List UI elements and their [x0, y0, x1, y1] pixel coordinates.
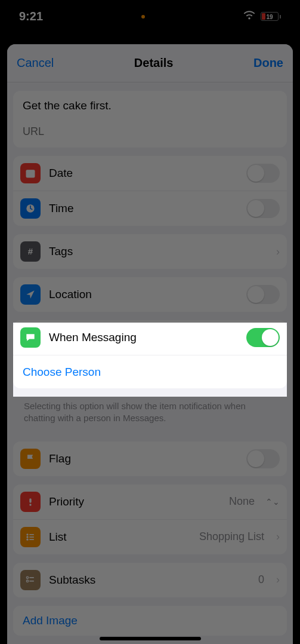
message-bubble-icon	[20, 327, 41, 348]
time-toggle[interactable]	[246, 199, 280, 218]
flag-row[interactable]: Flag	[13, 441, 287, 476]
location-arrow-icon	[20, 284, 41, 305]
priority-value: None	[229, 495, 255, 508]
messaging-row[interactable]: When Messaging	[13, 320, 287, 355]
messaging-toggle[interactable]	[246, 328, 280, 347]
subtasks-card: Subtasks 0 ›	[13, 563, 287, 597]
time-label: Time	[49, 202, 238, 215]
notes-text[interactable]: Get the cake first.	[23, 99, 277, 112]
add-image-button[interactable]: Add Image	[23, 614, 78, 627]
date-label: Date	[49, 167, 238, 180]
flag-toggle[interactable]	[246, 449, 280, 468]
svg-rect-7	[29, 534, 34, 535]
list-bullet-icon	[20, 527, 41, 547]
svg-point-12	[26, 576, 28, 578]
list-label: List	[49, 530, 191, 544]
choose-person-button[interactable]: Choose Person	[23, 366, 101, 379]
flag-label: Flag	[49, 452, 238, 465]
url-field[interactable]	[23, 125, 277, 138]
choose-person-row[interactable]: Choose Person	[13, 355, 287, 388]
svg-point-8	[26, 536, 28, 538]
nav-bar: Cancel Details Done	[7, 44, 293, 82]
svg-rect-13	[29, 577, 34, 578]
tags-row[interactable]: # Tags ›	[13, 234, 287, 269]
svg-rect-4	[29, 498, 31, 503]
subtasks-label: Subtasks	[49, 574, 250, 587]
page-title: Details	[134, 56, 174, 70]
svg-point-6	[26, 533, 28, 535]
date-row[interactable]: Date	[13, 156, 287, 191]
list-row[interactable]: List Shopping List ›	[13, 519, 287, 554]
battery-icon: 19	[261, 12, 281, 21]
messaging-helper-text: Selecting this option will show the item…	[13, 397, 287, 433]
svg-rect-9	[29, 536, 34, 538]
subtasks-icon	[20, 570, 41, 590]
chevron-right-icon: ›	[273, 246, 280, 258]
chevron-right-icon: ›	[273, 574, 280, 586]
location-label: Location	[49, 288, 238, 301]
svg-point-10	[26, 538, 28, 540]
messaging-label: When Messaging	[49, 331, 238, 344]
priority-row[interactable]: Priority None ⌃⌄	[13, 484, 287, 519]
subtasks-value: 0	[258, 574, 264, 586]
exclamation-icon	[20, 492, 41, 512]
updown-icon: ⌃⌄	[263, 497, 280, 507]
svg-rect-15	[29, 580, 34, 581]
svg-point-5	[29, 504, 31, 505]
flag-card: Flag	[13, 441, 287, 476]
home-indicator[interactable]	[100, 637, 201, 640]
svg-rect-11	[29, 539, 34, 540]
wifi-icon	[243, 8, 256, 24]
details-sheet: Cancel Details Done Get the cake first. …	[7, 44, 293, 644]
tags-label: Tags	[49, 245, 264, 258]
priority-label: Priority	[49, 495, 221, 508]
clock-icon	[20, 198, 41, 219]
status-right: 19	[243, 8, 281, 24]
location-toggle[interactable]	[246, 285, 280, 304]
svg-rect-1	[26, 170, 35, 172]
calendar-icon	[20, 163, 41, 183]
datetime-card: Date Time	[13, 156, 287, 226]
status-bar: 9:21 19	[0, 0, 300, 33]
location-row[interactable]: Location	[13, 277, 287, 312]
messaging-card: When Messaging Choose Person	[13, 320, 287, 388]
list-value: Shopping List	[199, 530, 264, 543]
date-toggle[interactable]	[246, 164, 280, 183]
svg-text:#: #	[28, 246, 33, 256]
location-card: Location	[13, 277, 287, 312]
notes-card: Get the cake first.	[13, 91, 287, 148]
hash-icon: #	[20, 241, 41, 262]
subtasks-row[interactable]: Subtasks 0 ›	[13, 563, 287, 597]
status-time: 9:21	[19, 10, 43, 23]
time-row[interactable]: Time	[13, 191, 287, 226]
add-image-card: Add Image	[13, 606, 287, 636]
tags-card: # Tags ›	[13, 234, 287, 269]
flag-icon	[20, 449, 41, 469]
cancel-button[interactable]: Cancel	[17, 56, 54, 70]
recording-dot-icon	[141, 15, 145, 19]
priority-list-card: Priority None ⌃⌄ List Shopping List ›	[13, 484, 287, 554]
chevron-right-icon: ›	[273, 530, 280, 543]
content-scroll[interactable]: Get the cake first. Date Time	[7, 91, 293, 636]
svg-point-14	[26, 580, 28, 582]
done-button[interactable]: Done	[253, 56, 283, 70]
